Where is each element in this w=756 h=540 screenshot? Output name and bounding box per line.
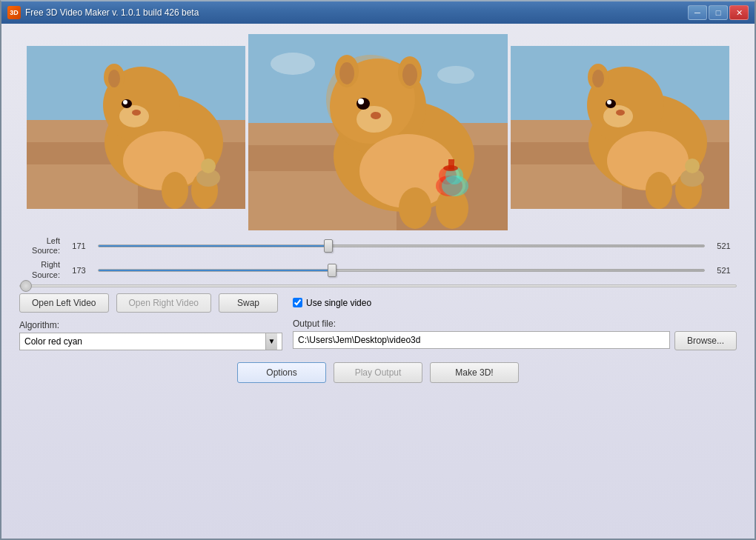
svg-point-7 bbox=[132, 110, 141, 116]
svg-point-26 bbox=[357, 106, 392, 133]
use-single-video-checkbox[interactable] bbox=[293, 298, 302, 307]
sliders-section: LeftSource: 171 521 RightSource: 173 bbox=[12, 236, 744, 287]
left-source-value-left: 171 bbox=[66, 241, 92, 250]
video-previews bbox=[12, 31, 744, 230]
svg-point-61 bbox=[685, 159, 700, 173]
svg-point-6 bbox=[119, 105, 149, 127]
algorithm-group: Algorithm: Color red cyan ▼ bbox=[19, 320, 282, 350]
close-button[interactable]: ✕ bbox=[729, 5, 749, 20]
right-source-slider-row: RightSource: 173 521 bbox=[19, 260, 737, 279]
svg-point-54 bbox=[607, 100, 611, 104]
right-source-value-left: 173 bbox=[66, 266, 92, 275]
bottom-slider-row bbox=[19, 284, 737, 287]
svg-point-19 bbox=[437, 66, 474, 84]
left-video-preview bbox=[27, 46, 245, 209]
play-output-button[interactable]: Play Output bbox=[334, 362, 422, 383]
svg-point-9 bbox=[123, 100, 127, 104]
make-3d-button[interactable]: Make 3D! bbox=[430, 362, 519, 383]
left-source-slider-row: LeftSource: 171 521 bbox=[19, 236, 737, 256]
open-left-video-button[interactable]: Open Left Video bbox=[19, 293, 109, 313]
options-button[interactable]: Options bbox=[237, 362, 326, 383]
output-group: Output file: Browse... bbox=[293, 319, 737, 350]
left-source-label: LeftSource: bbox=[19, 236, 60, 256]
svg-point-13 bbox=[162, 172, 188, 209]
svg-point-51 bbox=[603, 105, 633, 127]
svg-point-11 bbox=[108, 70, 120, 87]
output-row: Browse... bbox=[293, 331, 737, 350]
swap-button[interactable]: Swap bbox=[219, 293, 278, 313]
algorithm-dropdown[interactable]: Color red cyan ▼ bbox=[19, 333, 282, 350]
svg-point-31 bbox=[339, 62, 354, 84]
svg-point-52 bbox=[616, 110, 625, 116]
right-source-value-right: 521 bbox=[711, 266, 737, 275]
minimize-button[interactable]: ─ bbox=[688, 5, 707, 20]
output-label: Output file: bbox=[293, 319, 737, 329]
right-source-label: RightSource: bbox=[19, 260, 60, 279]
right-video-preview bbox=[511, 46, 729, 209]
svg-point-33 bbox=[402, 64, 417, 86]
open-right-video-button[interactable]: Open Right Video bbox=[116, 293, 212, 313]
title-bar: 3D Free 3D Video Maker v. 1.0.1 build 42… bbox=[1, 1, 755, 24]
algorithm-label: Algorithm: bbox=[19, 320, 282, 330]
left-source-slider[interactable] bbox=[98, 239, 705, 253]
svg-point-56 bbox=[592, 70, 604, 87]
svg-point-58 bbox=[646, 172, 672, 209]
app-icon: 3D bbox=[7, 6, 21, 19]
action-buttons-row: Options Play Output Make 3D! bbox=[12, 356, 744, 387]
svg-point-27 bbox=[371, 112, 381, 119]
window-content: LeftSource: 171 521 RightSource: 173 bbox=[1, 24, 755, 539]
main-window: 3D Free 3D Video Maker v. 1.0.1 build 42… bbox=[0, 0, 756, 540]
left-source-value-right: 521 bbox=[711, 241, 737, 250]
right-source-slider[interactable] bbox=[98, 263, 705, 278]
svg-point-18 bbox=[271, 53, 315, 75]
browse-button[interactable]: Browse... bbox=[674, 331, 737, 350]
output-file-input[interactable] bbox=[293, 331, 670, 349]
svg-point-16 bbox=[201, 159, 216, 173]
svg-rect-44 bbox=[448, 159, 454, 170]
svg-point-35 bbox=[399, 187, 431, 229]
bottom-slider[interactable] bbox=[19, 284, 737, 287]
algo-output-row: Algorithm: Color red cyan ▼ Output file:… bbox=[12, 319, 744, 350]
svg-point-29 bbox=[358, 99, 364, 104]
maximize-button[interactable]: □ bbox=[709, 5, 728, 20]
center-video-preview bbox=[248, 34, 508, 230]
video-buttons-row: Open Left Video Open Right Video Swap Us… bbox=[12, 293, 744, 313]
title-bar-buttons: ─ □ ✕ bbox=[688, 5, 749, 20]
dropdown-arrow-icon: ▼ bbox=[265, 333, 277, 350]
use-single-video-label: Use single video bbox=[306, 298, 371, 308]
algorithm-selected-value: Color red cyan bbox=[24, 336, 82, 347]
use-single-video-group: Use single video bbox=[293, 298, 371, 308]
window-title: Free 3D Video Maker v. 1.0.1 build 426 b… bbox=[25, 7, 688, 18]
